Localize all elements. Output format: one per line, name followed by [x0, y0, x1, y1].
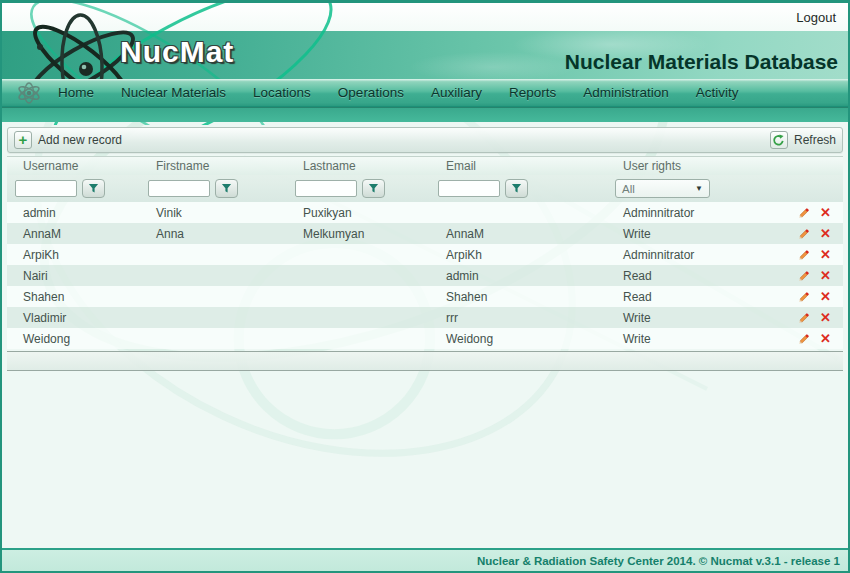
email-filter-input[interactable] — [438, 180, 500, 197]
nav-item-auxiliary[interactable]: Auxiliary — [431, 85, 482, 100]
cell-firstname: Vinik — [140, 206, 287, 220]
column-header-lastname[interactable]: Lastname — [287, 159, 430, 173]
cell-user-rights: Adminnitrator — [607, 206, 791, 220]
nav-item-home[interactable]: Home — [58, 85, 94, 100]
edit-button[interactable] — [797, 289, 812, 304]
banner: NucMat Nuclear Materials Database — [2, 31, 848, 79]
header-divider-band — [2, 107, 848, 122]
grid-filter-row: All ▼ — [7, 175, 843, 202]
cell-username: AnnaM — [7, 227, 140, 241]
nav-item-operations[interactable]: Operations — [338, 85, 404, 100]
column-header-user-rights[interactable]: User rights — [607, 159, 791, 173]
table-row: Nairi admin Read ✕ — [7, 265, 843, 286]
table-row: ArpiKh ArpiKh Adminnitrator ✕ — [7, 244, 843, 265]
firstname-filter-input[interactable] — [148, 180, 210, 197]
cell-email: rrr — [430, 311, 607, 325]
add-record-button[interactable]: + Add new record — [14, 131, 122, 149]
column-header-firstname[interactable]: Firstname — [140, 159, 287, 173]
edit-button[interactable] — [797, 247, 812, 262]
edit-button[interactable] — [797, 331, 812, 346]
add-record-label: Add new record — [38, 133, 122, 147]
edit-button[interactable] — [797, 310, 812, 325]
cell-email: AnnaM — [430, 227, 607, 241]
delete-button[interactable]: ✕ — [818, 268, 833, 283]
nav-item-nuclear-materials[interactable]: Nuclear Materials — [121, 85, 226, 100]
delete-button[interactable]: ✕ — [818, 226, 833, 241]
column-header-username[interactable]: Username — [7, 159, 140, 173]
cell-email: ArpiKh — [430, 248, 607, 262]
cell-firstname: Anna — [140, 227, 287, 241]
logo-text: NucMat — [120, 35, 234, 69]
refresh-icon — [770, 131, 788, 149]
cell-user-rights: Read — [607, 269, 791, 283]
user-rights-filter-value: All — [622, 183, 635, 195]
pencil-icon — [797, 247, 812, 262]
page-title: Nuclear Materials Database — [565, 50, 848, 79]
grid-toolbar: + Add new record Refresh — [7, 127, 843, 153]
edit-button[interactable] — [797, 268, 812, 283]
delete-x-icon: ✕ — [820, 269, 831, 282]
lastname-filter-button[interactable] — [362, 179, 385, 198]
footer-copyright: Nuclear & Radiation Safety Center 2014. … — [477, 555, 840, 567]
cell-username: admin — [7, 206, 140, 220]
cell-email: Weidong — [430, 332, 607, 346]
table-row: Weidong Weidong Write ✕ — [7, 328, 843, 349]
cell-user-rights: Adminnitrator — [607, 248, 791, 262]
cell-username: ArpiKh — [7, 248, 140, 262]
funnel-icon — [368, 183, 379, 194]
pencil-icon — [797, 310, 812, 325]
refresh-label: Refresh — [794, 133, 836, 147]
funnel-icon — [511, 183, 522, 194]
nav-items: Home Nuclear Materials Locations Operati… — [58, 85, 739, 100]
users-grid: Username Firstname Lastname Email User r… — [7, 156, 843, 371]
table-row: Vladimir rrr Write ✕ — [7, 307, 843, 328]
cell-user-rights: Write — [607, 332, 791, 346]
cell-user-rights: Read — [607, 290, 791, 304]
pencil-icon — [797, 205, 812, 220]
table-row: Shahen Shahen Read ✕ — [7, 286, 843, 307]
column-header-email[interactable]: Email — [430, 159, 607, 173]
footer: Nuclear & Radiation Safety Center 2014. … — [2, 548, 848, 571]
edit-button[interactable] — [797, 205, 812, 220]
delete-button[interactable]: ✕ — [818, 310, 833, 325]
username-filter-button[interactable] — [82, 179, 105, 198]
header: Logout NucMat Nuclear Materials Database… — [2, 3, 848, 122]
cell-email: Shahen — [430, 290, 607, 304]
delete-button[interactable]: ✕ — [818, 331, 833, 346]
delete-x-icon: ✕ — [820, 311, 831, 324]
delete-x-icon: ✕ — [820, 290, 831, 303]
edit-button[interactable] — [797, 226, 812, 241]
pencil-icon — [797, 289, 812, 304]
delete-x-icon: ✕ — [820, 206, 831, 219]
plus-icon: + — [14, 131, 32, 149]
lastname-filter-input[interactable] — [295, 180, 357, 197]
logout-link[interactable]: Logout — [796, 10, 836, 25]
cell-username: Shahen — [7, 290, 140, 304]
table-row: admin Vinik Puxikyan Adminnitrator ✕ — [7, 202, 843, 223]
email-filter-button[interactable] — [505, 179, 528, 198]
main-content: + Add new record Refresh Username — [2, 122, 848, 548]
main-nav: Home Nuclear Materials Locations Operati… — [2, 79, 848, 107]
delete-x-icon: ✕ — [820, 227, 831, 240]
cell-username: Weidong — [7, 332, 140, 346]
nav-item-locations[interactable]: Locations — [253, 85, 311, 100]
table-row: AnnaM Anna Melkumyan AnnaM Write ✕ — [7, 223, 843, 244]
cell-username: Vladimir — [7, 311, 140, 325]
firstname-filter-button[interactable] — [215, 179, 238, 198]
delete-button[interactable]: ✕ — [818, 289, 833, 304]
nav-item-reports[interactable]: Reports — [509, 85, 556, 100]
nav-item-activity[interactable]: Activity — [696, 85, 739, 100]
funnel-icon — [88, 183, 99, 194]
pencil-icon — [797, 268, 812, 283]
username-filter-input[interactable] — [15, 180, 77, 197]
grid-header-row: Username Firstname Lastname Email User r… — [7, 156, 843, 175]
delete-button[interactable]: ✕ — [818, 205, 833, 220]
nav-item-administration[interactable]: Administration — [583, 85, 669, 100]
delete-button[interactable]: ✕ — [818, 247, 833, 262]
nucmat-window: Logout NucMat Nuclear Materials Database… — [0, 0, 850, 573]
user-rights-filter-dropdown[interactable]: All ▼ — [615, 179, 710, 198]
cell-email: admin — [430, 269, 607, 283]
funnel-icon — [221, 183, 232, 194]
delete-x-icon: ✕ — [820, 332, 831, 345]
refresh-button[interactable]: Refresh — [770, 131, 836, 149]
